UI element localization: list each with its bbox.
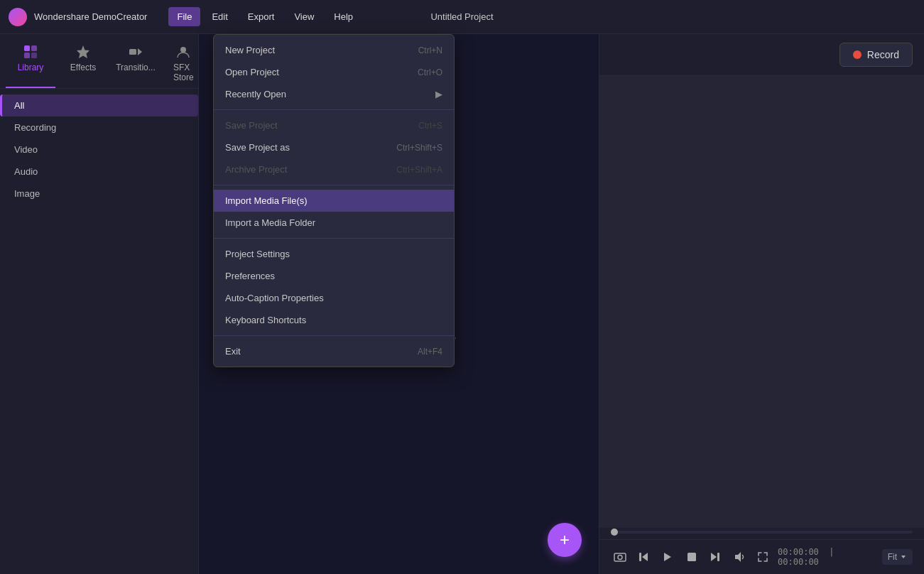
menu-file[interactable]: File xyxy=(168,7,200,26)
left-panel: Library Effects Transitio... xyxy=(0,34,199,574)
archive-project-shortcut: Ctrl+Shift+A xyxy=(396,165,442,175)
time-total: 00:00:00 xyxy=(778,557,819,567)
play-button[interactable] xyxy=(658,547,677,567)
svg-rect-15 xyxy=(717,553,719,561)
menu-open-project[interactable]: Open Project Ctrl+O xyxy=(214,61,454,83)
menu-export[interactable]: Export xyxy=(239,7,283,26)
menu-import-media-files[interactable]: Import Media File(s) xyxy=(214,190,454,212)
right-panel: Record xyxy=(599,34,924,574)
title-bar: Wondershare DemoCreator File Edit Export… xyxy=(0,0,924,34)
menu-recently-open[interactable]: Recently Open ▶ xyxy=(214,83,454,105)
menu-section-5: Exit Alt+F4 xyxy=(214,336,454,367)
recently-open-arrow: ▶ xyxy=(435,89,442,99)
project-settings-label: Project Settings xyxy=(225,249,290,259)
menu-section-4: Project Settings Preferences Auto-Captio… xyxy=(214,239,454,336)
record-btn-bar: Record xyxy=(599,34,924,76)
sidebar-item-image[interactable]: Image xyxy=(0,183,198,205)
svg-marker-4 xyxy=(77,45,89,58)
new-project-shortcut: Ctrl+N xyxy=(418,45,442,55)
menu-preferences[interactable]: Preferences xyxy=(214,265,454,287)
menu-save-project-as[interactable]: Save Project as Ctrl+Shift+S xyxy=(214,136,454,158)
tab-transitions-label: Transitio... xyxy=(116,63,156,72)
record-label: Record xyxy=(867,49,899,60)
menu-section-1: New Project Ctrl+N Open Project Ctrl+O R… xyxy=(214,35,454,110)
menu-import-media-folder[interactable]: Import a Media Folder xyxy=(214,212,454,234)
svg-marker-16 xyxy=(735,552,741,562)
sidebar-item-video[interactable]: Video xyxy=(0,139,198,161)
svg-marker-10 xyxy=(642,553,648,561)
import-media-files-label: Import Media File(s) xyxy=(225,195,308,206)
sfx-store-button[interactable]: SFX Store xyxy=(163,40,204,88)
transitions-icon xyxy=(128,44,143,60)
svg-point-9 xyxy=(618,556,622,560)
preview-controls: 00:00:00 | 00:00:00 Fit xyxy=(599,539,924,574)
svg-rect-2 xyxy=(24,53,30,58)
svg-rect-5 xyxy=(129,49,136,55)
menu-help[interactable]: Help xyxy=(325,7,362,26)
volume-button[interactable] xyxy=(730,547,749,567)
svg-marker-14 xyxy=(711,553,717,561)
exit-shortcut: Alt+F4 xyxy=(418,347,442,357)
menu-edit[interactable]: Edit xyxy=(203,7,236,26)
menu-section-2: Save Project Ctrl+S Save Project as Ctrl… xyxy=(214,110,454,185)
main-layout: Library Effects Transitio... xyxy=(0,34,924,574)
sidebar-item-audio[interactable]: Audio xyxy=(0,161,198,183)
project-title: Untitled Project xyxy=(430,11,493,22)
file-dropdown-menu: New Project Ctrl+N Open Project Ctrl+O R… xyxy=(213,34,455,367)
sidebar-list: All Recording Video Audio Image xyxy=(0,89,198,574)
skip-forward-button[interactable] xyxy=(706,547,724,567)
fit-button[interactable]: Fit xyxy=(882,549,913,565)
progress-bar[interactable] xyxy=(611,531,913,534)
exit-label: Exit xyxy=(225,346,241,357)
progress-bar-area[interactable] xyxy=(599,528,924,539)
save-project-as-label: Save Project as xyxy=(225,142,290,153)
app-title: Wondershare DemoCreator xyxy=(34,11,147,22)
menu-section-3: Import Media File(s) Import a Media Fold… xyxy=(214,185,454,239)
screenshot-button[interactable] xyxy=(611,547,629,567)
tab-library-label: Library xyxy=(18,63,44,72)
menu-archive-project: Archive Project Ctrl+Shift+A xyxy=(214,158,454,180)
skip-back-button[interactable] xyxy=(635,547,653,567)
import-media-folder-label: Import a Media Folder xyxy=(225,217,315,228)
menu-bar: File Edit Export View Help xyxy=(168,7,915,26)
sfx-store-icon xyxy=(175,44,191,60)
svg-rect-13 xyxy=(687,553,696,561)
sidebar-item-all[interactable]: All xyxy=(0,94,198,117)
tab-transitions[interactable]: Transitio... xyxy=(111,40,161,88)
tab-effects[interactable]: Effects xyxy=(58,40,108,88)
svg-rect-11 xyxy=(639,553,641,561)
effects-icon xyxy=(75,44,91,60)
svg-marker-6 xyxy=(138,48,142,55)
time-separator: | xyxy=(824,547,839,557)
time-display: 00:00:00 | 00:00:00 xyxy=(778,547,876,567)
menu-exit[interactable]: Exit Alt+F4 xyxy=(214,340,454,362)
sidebar-item-recording[interactable]: Recording xyxy=(0,117,198,139)
record-button[interactable]: Record xyxy=(839,43,913,67)
tab-library[interactable]: Library xyxy=(6,40,55,88)
progress-thumb[interactable] xyxy=(611,529,618,536)
auto-caption-label: Auto-Caption Properties xyxy=(225,293,324,303)
fullscreen-button[interactable] xyxy=(754,547,772,567)
fit-label: Fit xyxy=(888,552,897,562)
tab-effects-label: Effects xyxy=(70,63,96,72)
save-project-as-shortcut: Ctrl+Shift+S xyxy=(396,143,442,153)
menu-view[interactable]: View xyxy=(286,7,322,26)
record-dot-icon xyxy=(853,50,862,59)
fab-add-button[interactable]: + xyxy=(548,523,582,557)
preview-area xyxy=(599,76,924,528)
archive-project-label: Archive Project xyxy=(225,164,287,175)
menu-project-settings[interactable]: Project Settings xyxy=(214,243,454,265)
new-project-label: New Project xyxy=(225,45,275,55)
menu-new-project[interactable]: New Project Ctrl+N xyxy=(214,39,454,61)
save-project-label: Save Project xyxy=(225,120,278,131)
menu-auto-caption[interactable]: Auto-Caption Properties xyxy=(214,287,454,309)
sfx-store-label: SFX Store xyxy=(173,63,194,82)
menu-keyboard-shortcuts[interactable]: Keyboard Shortcuts xyxy=(214,309,454,331)
app-logo xyxy=(9,8,27,26)
keyboard-shortcuts-label: Keyboard Shortcuts xyxy=(225,315,306,325)
preferences-label: Preferences xyxy=(225,271,275,281)
svg-point-7 xyxy=(180,47,186,53)
svg-marker-17 xyxy=(901,556,906,558)
library-icon xyxy=(23,44,38,60)
stop-button[interactable] xyxy=(683,547,701,567)
